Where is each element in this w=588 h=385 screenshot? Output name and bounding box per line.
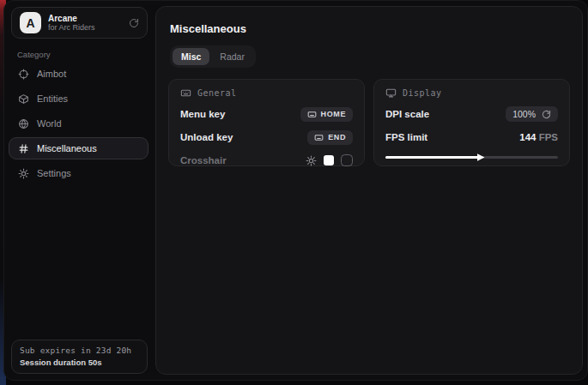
- globe-icon: [18, 118, 29, 129]
- menu-key-button[interactable]: HOME: [300, 107, 353, 122]
- brand-card: A Arcane for Arc Riders: [11, 7, 148, 39]
- monitor-icon: [385, 87, 397, 99]
- sidebar-item-entities[interactable]: Entities: [9, 87, 149, 110]
- keyboard-icon: [307, 110, 317, 119]
- crosshair-row: Crosshair: [180, 153, 353, 168]
- dpi-scale-label: DPI scale: [385, 109, 429, 119]
- crosshair-color-swatch[interactable]: [324, 155, 334, 165]
- box-icon: [18, 93, 29, 105]
- brand-subtitle: for Arc Riders: [48, 23, 122, 32]
- gear-icon[interactable]: [306, 155, 317, 166]
- sidebar-item-label: Entities: [37, 93, 68, 104]
- display-card: Display DPI scale 100% FPS limit 144 FPS: [373, 79, 570, 166]
- dpi-scale-value: 100%: [512, 109, 536, 119]
- gear-icon: [18, 168, 29, 179]
- dpi-scale-row: DPI scale 100%: [385, 106, 558, 122]
- fps-limit-value: 144 FPS: [519, 132, 558, 142]
- sub-expiry-text: Sub expires in 23d 20h: [20, 346, 139, 355]
- sidebar-item-miscellaneous[interactable]: Miscellaneous: [9, 137, 149, 159]
- fps-slider[interactable]: [385, 153, 558, 161]
- crosshair-controls: [306, 154, 353, 166]
- unload-key-row: Unload key END: [180, 129, 353, 145]
- brand-title: Arcane: [48, 14, 122, 24]
- sidebar-item-aimbot[interactable]: Aimbot: [9, 63, 149, 85]
- main-panel: Miscellaneous Misc Radar General Menu ke…: [155, 6, 583, 375]
- crosshair-label: Crosshair: [180, 155, 227, 165]
- sidebar-item-label: Aimbot: [37, 69, 66, 79]
- sidebar-item-label: Settings: [37, 168, 71, 178]
- crosshair-checkbox[interactable]: [341, 154, 353, 166]
- unload-key-label: Unload key: [180, 132, 233, 142]
- fps-slider-thumb[interactable]: [477, 153, 485, 161]
- brand-text: Arcane for Arc Riders: [48, 14, 122, 33]
- keyboard-icon: [314, 133, 324, 142]
- cards-row: General Menu key HOME Unload key: [168, 79, 570, 166]
- category-label: Category: [17, 50, 51, 59]
- unload-key-button[interactable]: END: [307, 130, 353, 145]
- menu-key-value: HOME: [321, 110, 346, 118]
- menu-key-row: Menu key HOME: [180, 106, 353, 122]
- unload-key-value: END: [328, 133, 346, 141]
- sidebar-nav: Aimbot Entities World Miscellaneous: [9, 63, 149, 187]
- brand-logo: A: [20, 12, 41, 33]
- crosshair-icon: [18, 69, 29, 80]
- page-title: Miscellaneous: [170, 22, 570, 35]
- fps-limit-label: FPS limit: [385, 132, 427, 142]
- display-card-title: Display: [403, 88, 442, 98]
- session-duration-text: Session duration 50s: [20, 358, 139, 367]
- general-card-header: General: [180, 87, 353, 99]
- refresh-icon[interactable]: [129, 18, 139, 28]
- fps-limit-row: FPS limit 144 FPS: [385, 129, 558, 145]
- dpi-scale-control[interactable]: 100%: [506, 106, 558, 122]
- display-card-header: Display: [385, 87, 558, 99]
- sidebar-item-settings[interactable]: Settings: [9, 162, 149, 184]
- grid-icon: [18, 143, 29, 154]
- tab-misc[interactable]: Misc: [173, 48, 209, 65]
- keyboard-icon: [180, 87, 191, 99]
- tab-radar[interactable]: Radar: [211, 48, 253, 65]
- sidebar-item-world[interactable]: World: [9, 112, 149, 135]
- fps-slider-fill: [385, 156, 479, 159]
- menu-key-label: Menu key: [180, 109, 225, 119]
- general-card: General Menu key HOME Unload key: [168, 79, 365, 166]
- sidebar-item-label: World: [37, 118, 62, 129]
- subscription-box: Sub expires in 23d 20h Session duration …: [11, 340, 148, 374]
- sidebar-item-label: Miscellaneous: [37, 143, 97, 153]
- app-window: A Arcane for Arc Riders Category Aimbot: [3, 0, 588, 381]
- rotate-cw-icon: [542, 110, 551, 119]
- general-card-title: General: [197, 88, 237, 98]
- tab-strip: Misc Radar: [170, 45, 256, 68]
- sidebar: A Arcane for Arc Riders Category Aimbot: [4, 1, 152, 380]
